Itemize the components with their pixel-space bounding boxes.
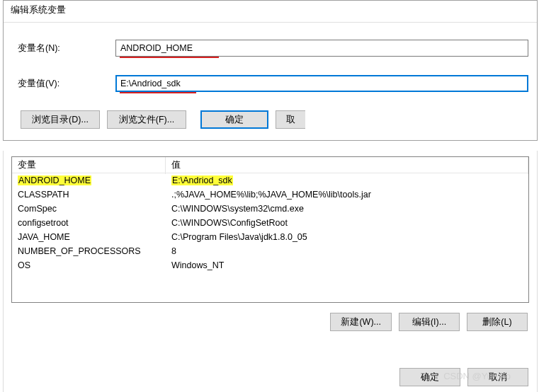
table-row[interactable]: NUMBER_OF_PROCESSORS8: [12, 244, 528, 258]
edit-button[interactable]: 编辑(I)...: [399, 313, 460, 331]
cell-variable: NUMBER_OF_PROCESSORS: [12, 246, 166, 257]
cell-value: 8: [166, 246, 528, 257]
column-header-variable[interactable]: 变量: [12, 156, 166, 174]
variable-value-input-wrap: [115, 75, 528, 92]
system-variables-panel: 变量 值 ANDROID_HOMEE:\Andriod_sdkCLASSPATH…: [3, 151, 538, 392]
cell-value: Windows_NT: [166, 260, 528, 271]
footer-cancel-button[interactable]: 取消: [467, 368, 528, 386]
table-row[interactable]: JAVA_HOMEC:\Program Files\Java\jdk1.8.0_…: [12, 230, 528, 244]
cell-value: .;%JAVA_HOME%\lib;%JAVA_HOME%\lib\tools.…: [166, 189, 528, 200]
cell-value: C:\Program Files\Java\jdk1.8.0_05: [166, 231, 528, 243]
delete-button[interactable]: 删除(L): [467, 313, 528, 331]
table-row[interactable]: ANDROID_HOMEE:\Andriod_sdk: [12, 173, 528, 188]
cell-value: E:\Andriod_sdk: [166, 175, 528, 186]
footer-button-row: 确定 取消: [399, 368, 528, 386]
cell-variable: JAVA_HOME: [12, 231, 166, 243]
table-button-row: 新建(W)... 编辑(I)... 删除(L): [11, 303, 529, 331]
variables-table: 变量 值 ANDROID_HOMEE:\Andriod_sdkCLASSPATH…: [11, 156, 529, 303]
table-row[interactable]: [12, 272, 528, 282]
dialog-body: 变量名(N): 变量值(V): 浏览目录(D)... 浏览文件(F)... 确定…: [4, 23, 537, 140]
cancel-button-partial[interactable]: 取: [276, 110, 305, 129]
column-header-value[interactable]: 值: [166, 156, 528, 174]
variable-name-label: 变量名(N):: [16, 42, 115, 54]
new-button[interactable]: 新建(W)...: [330, 313, 392, 331]
cell-variable: ComSpec: [12, 203, 166, 214]
cell-variable: CLASSPATH: [12, 189, 166, 200]
variable-name-input[interactable]: [115, 40, 528, 57]
table-row[interactable]: CLASSPATH.;%JAVA_HOME%\lib;%JAVA_HOME%\l…: [12, 188, 528, 202]
browse-file-button[interactable]: 浏览文件(F)...: [107, 110, 186, 129]
variable-value-row: 变量值(V):: [16, 75, 528, 92]
variable-value-input[interactable]: [115, 75, 528, 92]
table-row[interactable]: configsetrootC:\WINDOWS\ConfigSetRoot: [12, 216, 528, 230]
annotation-underline-red: [120, 92, 196, 93]
footer-ok-button[interactable]: 确定: [399, 368, 460, 386]
variable-name-input-wrap: [115, 40, 528, 57]
table-body[interactable]: ANDROID_HOMEE:\Andriod_sdkCLASSPATH.;%JA…: [12, 173, 528, 303]
cell-value: C:\WINDOWS\system32\cmd.exe: [166, 203, 528, 214]
ok-button[interactable]: 确定: [200, 110, 268, 129]
variable-value-label: 变量值(V):: [16, 78, 115, 90]
dialog-button-row: 浏览目录(D)... 浏览文件(F)... 确定 取: [16, 110, 528, 129]
browse-directory-button[interactable]: 浏览目录(D)...: [21, 110, 100, 129]
cell-variable: ANDROID_HOME: [12, 175, 166, 186]
table-row[interactable]: ComSpecC:\WINDOWS\system32\cmd.exe: [12, 202, 528, 216]
cell-value: C:\WINDOWS\ConfigSetRoot: [166, 217, 528, 229]
table-header: 变量 值: [12, 157, 528, 173]
dialog-title: 编辑系统变量: [4, 1, 537, 23]
table-row[interactable]: OSWindows_NT: [12, 258, 528, 272]
variable-name-row: 变量名(N):: [16, 40, 528, 57]
edit-system-variable-dialog: 编辑系统变量 变量名(N): 变量值(V): 浏览目录(D)... 浏览文件(F…: [3, 0, 538, 141]
cell-variable: OS: [12, 260, 166, 271]
cell-variable: configsetroot: [12, 217, 166, 229]
annotation-underline-red: [120, 57, 219, 58]
